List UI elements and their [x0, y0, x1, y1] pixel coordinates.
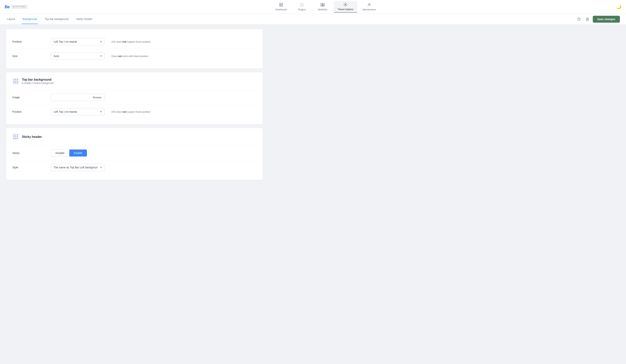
- top-bar-position-label: Position: [12, 110, 51, 113]
- top-bar-background-icon: [12, 78, 19, 85]
- top-bar-background-header: Top bar background & Header Creative bac…: [12, 78, 257, 85]
- tab-background[interactable]: Background: [22, 14, 38, 24]
- sub-nav-actions: Save changes: [576, 16, 620, 23]
- sticky-style-label: Style: [12, 166, 51, 169]
- size-select-wrapper: Auto Cover Contain ▼: [51, 52, 105, 60]
- sticky-header-title: Sticky header: [22, 135, 42, 139]
- nav-item-dashboard[interactable]: Dashboard: [272, 1, 291, 12]
- sticky-header-icon: [12, 133, 19, 140]
- top-bar-image-row: Image Browse: [12, 90, 257, 104]
- svg-point-9: [369, 3, 370, 5]
- nav-item-maintenance[interactable]: Maintenance: [359, 1, 380, 12]
- websites-icon: [320, 3, 325, 7]
- tab-top-bar-background[interactable]: Top bar background: [44, 14, 69, 24]
- dark-mode-toggle[interactable]: 🌙: [616, 4, 621, 9]
- position-select[interactable]: Left Top | no-repeat Left Center | no-re…: [51, 38, 105, 45]
- svg-rect-6: [321, 5, 322, 6]
- background-position-row: Position Left Top | no-repeat Left Cente…: [12, 34, 257, 49]
- sticky-header-header: Sticky header: [12, 133, 257, 140]
- sub-nav: Layout Background Top bar background Sti…: [0, 14, 626, 25]
- position-hint: iOS does not support fixed position: [112, 40, 151, 43]
- svg-rect-7: [323, 5, 324, 6]
- sticky-style-row: Style The same as Top Bar Left backgroun…: [12, 160, 257, 174]
- sticky-control-area: Disable Enable: [51, 149, 257, 157]
- size-control-area: Auto Cover Contain ▼ Does not work with …: [51, 52, 257, 60]
- svg-rect-1: [281, 3, 283, 4]
- nav-item-plugins[interactable]: Plugins: [292, 1, 312, 12]
- position-control-area: Left Top | no-repeat Left Center | no-re…: [51, 38, 257, 45]
- nav-item-plugins-label: Plugins: [298, 8, 306, 11]
- sticky-style-control-area: The same as Top Bar Left background Cust…: [51, 164, 257, 171]
- background-size-row: Size Auto Cover Contain ▼ Does not work …: [12, 49, 257, 63]
- maintenance-icon: [367, 3, 371, 7]
- sticky-dots-icon: [13, 134, 18, 139]
- svg-rect-5: [323, 3, 324, 5]
- nav-item-theme-options-label: Theme Options: [338, 8, 353, 11]
- logo-badge: REGISTERED: [11, 5, 27, 8]
- top-bar-position-select-wrapper: Left Top | no-repeat Left Center | no-re…: [51, 108, 105, 115]
- main-content: Position Left Top | no-repeat Left Cente…: [0, 25, 269, 188]
- top-bar-position-hint: iOS does not support fixed position: [112, 110, 151, 113]
- size-label: Size: [12, 55, 51, 58]
- nav-item-websites-label: Websites: [318, 8, 327, 11]
- size-hint: Does not work with fixed position: [112, 55, 148, 58]
- sticky-label: Sticky: [12, 151, 51, 155]
- svg-rect-4: [321, 3, 322, 5]
- sticky-enable-button[interactable]: Enable: [69, 150, 87, 157]
- background-section-card: Position Left Top | no-repeat Left Cente…: [6, 29, 263, 68]
- moon-icon: 🌙: [616, 4, 621, 9]
- help-button[interactable]: [576, 16, 582, 22]
- tab-layout[interactable]: Layout: [6, 14, 16, 24]
- plugins-icon: [300, 3, 304, 7]
- sticky-toggle-group: Disable Enable: [51, 149, 87, 157]
- sticky-style-select[interactable]: The same as Top Bar Left background Cust…: [51, 164, 105, 171]
- nav-items: Dashboard Plugins Websites: [35, 1, 616, 13]
- svg-point-8: [345, 4, 346, 5]
- top-nav: Be REGISTERED Dashboard Plugins: [0, 0, 626, 14]
- nav-item-theme-options[interactable]: Theme Options: [334, 1, 357, 13]
- image-input-wrapper: Browse: [51, 94, 105, 101]
- nav-item-maintenance-label: Maintenance: [363, 8, 376, 11]
- svg-rect-3: [281, 5, 283, 6]
- top-bar-background-title-area: Top bar background & Header Creative bac…: [22, 78, 54, 84]
- sticky-header-section-card: Sticky header Sticky Disable Enable Styl…: [6, 128, 263, 180]
- tab-sticky-header[interactable]: Sticky header: [76, 14, 93, 24]
- position-select-wrapper: Left Top | no-repeat Left Center | no-re…: [51, 38, 105, 45]
- theme-options-icon: [343, 2, 348, 7]
- position-label: Position: [12, 40, 51, 43]
- top-bar-position-control-area: Left Top | no-repeat Left Center | no-re…: [51, 108, 257, 115]
- size-select[interactable]: Auto Cover Contain: [51, 52, 105, 60]
- image-label: Image: [12, 96, 51, 99]
- nav-item-dashboard-label: Dashboard: [275, 8, 287, 11]
- top-bar-background-subtitle: & Header Creative background: [22, 82, 54, 84]
- top-bar-background-title: Top bar background: [22, 78, 54, 81]
- sticky-toggle-row: Sticky Disable Enable: [12, 146, 257, 160]
- top-bar-position-row: Position Left Top | no-repeat Left Cente…: [12, 104, 257, 119]
- logo-be: Be: [5, 4, 10, 9]
- save-changes-button[interactable]: Save changes: [593, 16, 620, 23]
- image-input[interactable]: [51, 94, 90, 101]
- logo-area: Be REGISTERED: [5, 4, 27, 9]
- sticky-style-select-wrapper: The same as Top Bar Left background Cust…: [51, 164, 105, 171]
- svg-rect-2: [279, 5, 281, 6]
- image-control-area: Browse: [51, 94, 257, 101]
- top-bar-position-select[interactable]: Left Top | no-repeat Left Center | no-re…: [51, 108, 105, 115]
- dashboard-icon: [279, 3, 283, 7]
- nav-item-websites[interactable]: Websites: [313, 1, 332, 12]
- top-bar-background-section-card: Top bar background & Header Creative bac…: [6, 72, 263, 124]
- docs-button[interactable]: [584, 16, 590, 22]
- browse-button[interactable]: Browse: [90, 94, 105, 101]
- dots-icon: [13, 79, 18, 84]
- svg-rect-0: [279, 3, 281, 4]
- sticky-disable-button[interactable]: Disable: [51, 150, 69, 157]
